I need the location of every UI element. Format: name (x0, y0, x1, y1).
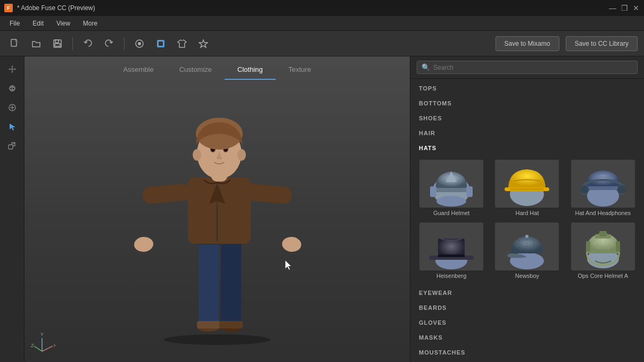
svg-point-82 (597, 248, 598, 249)
category-tops[interactable]: TOPS (410, 81, 644, 96)
hat-item-guard-helmet[interactable]: Guard Helmet (415, 158, 488, 218)
svg-rect-31 (244, 183, 292, 204)
favorites-button[interactable] (195, 35, 212, 52)
undo-button[interactable] (79, 35, 96, 52)
toolbar: Save to Mixamo Save to CC Library (0, 31, 644, 56)
search-bar: 🔍 (410, 56, 644, 79)
save-cc-button[interactable]: Save to CC Library (566, 36, 638, 51)
tab-assemble[interactable]: Assemble (111, 60, 167, 80)
app-icon: F (4, 4, 13, 12)
category-gloves[interactable]: GLOVES (410, 315, 644, 330)
new-doc-button[interactable] (6, 35, 23, 52)
category-hair[interactable]: HAIR (410, 126, 644, 141)
menu-file[interactable]: File (4, 18, 25, 29)
restore-button[interactable]: ❐ (621, 4, 628, 12)
toolbar-separator-1 (72, 37, 73, 50)
hat-label-newsboy: Newsboy (513, 273, 541, 279)
menu-view[interactable]: View (51, 18, 76, 29)
menu-more[interactable]: More (78, 18, 103, 29)
save-mixamo-button[interactable]: Save to Mixamo (496, 36, 559, 51)
svg-rect-30 (142, 183, 190, 204)
svg-rect-28 (188, 177, 251, 244)
customize-mode-button[interactable] (152, 35, 169, 52)
svg-point-5 (138, 42, 141, 45)
svg-rect-2 (55, 40, 59, 43)
categories-panel[interactable]: TOPS BOTTOMS SHOES HAIR HATS (410, 79, 644, 362)
svg-rect-53 (431, 188, 472, 192)
svg-rect-22 (221, 241, 241, 326)
viewport-bg (24, 56, 410, 362)
svg-point-81 (610, 243, 612, 245)
hat-item-heisenberg[interactable]: Heisenberg (415, 220, 488, 281)
category-eyewear[interactable]: EYEWEAR (410, 285, 644, 300)
tab-texture[interactable]: Texture (276, 60, 324, 80)
shapes-icon[interactable] (4, 80, 21, 97)
hat-label-hard-hat: Hard Hat (513, 210, 541, 216)
hat-item-newsboy[interactable]: Newsboy (490, 220, 564, 281)
select-tool-icon[interactable] (4, 118, 21, 135)
toolbar-separator-2 (124, 37, 125, 50)
left-sidebar (0, 56, 24, 362)
svg-point-20 (164, 334, 270, 345)
close-button[interactable]: ✕ (632, 4, 640, 12)
svg-text:Y: Y (40, 332, 44, 337)
character-3d (116, 71, 318, 348)
category-shoes[interactable]: SHOES (410, 111, 644, 126)
svg-rect-74 (586, 241, 590, 252)
svg-rect-3 (55, 44, 60, 46)
redo-button[interactable] (101, 35, 118, 52)
hat-item-hard-hat[interactable]: Hard Hat (490, 158, 564, 218)
svg-point-44 (237, 149, 246, 161)
svg-point-56 (436, 196, 466, 207)
svg-point-65 (617, 185, 626, 194)
svg-rect-26 (219, 321, 243, 328)
clothing-mode-button[interactable] (174, 35, 191, 52)
hat-label-guard-helmet: Guard Helmet (431, 210, 472, 216)
svg-point-63 (580, 185, 589, 194)
tab-clothing[interactable]: Clothing (225, 60, 276, 80)
svg-point-32 (134, 236, 154, 252)
open-button[interactable] (28, 35, 45, 52)
hat-thumb-guard-helmet (419, 160, 483, 208)
hat-thumb-hat-headphones (571, 160, 635, 208)
add-shape-icon[interactable] (4, 99, 21, 116)
hat-thumb-heisenberg (419, 223, 483, 270)
svg-marker-8 (199, 40, 208, 47)
category-hats[interactable]: HATS (410, 141, 644, 155)
svg-rect-7 (159, 42, 163, 46)
axis-indicator: Y X Z (29, 330, 55, 358)
svg-point-79 (599, 241, 601, 242)
category-bottoms[interactable]: BOTTOMS (410, 96, 644, 111)
svg-rect-59 (510, 188, 544, 191)
svg-point-78 (594, 243, 596, 245)
viewport[interactable]: Assemble Customize Clothing Texture (24, 56, 410, 362)
svg-rect-21 (199, 241, 219, 326)
menu-edit[interactable]: Edit (27, 18, 49, 29)
category-moustaches[interactable]: MOUSTACHES (410, 345, 644, 360)
transform-icon[interactable] (4, 137, 21, 154)
svg-rect-18 (9, 145, 13, 149)
svg-text:X: X (53, 343, 55, 348)
svg-point-43 (193, 149, 201, 161)
hat-label-heisenberg: Heisenberg (434, 273, 468, 279)
tabs-bar: Assemble Customize Clothing Texture (24, 56, 410, 80)
hat-thumb-hard-hat (495, 160, 559, 208)
svg-line-46 (42, 346, 53, 351)
minimize-button[interactable]: — (609, 4, 616, 12)
save-button[interactable] (49, 35, 66, 52)
category-beards[interactable]: BEARDS (410, 300, 644, 315)
svg-point-83 (607, 248, 609, 249)
move-tool-icon[interactable] (4, 61, 21, 78)
svg-rect-55 (466, 186, 473, 197)
right-panel: 🔍 TOPS BOTTOMS SHOES HAIR HATS (410, 56, 644, 362)
hat-item-hat-headphones[interactable]: Hat And Headphones (566, 158, 640, 218)
search-input-wrap: 🔍 (417, 61, 638, 74)
svg-rect-69 (438, 254, 465, 257)
hat-item-ops-core[interactable]: Ops Core Helmet A (566, 220, 640, 281)
hat-thumb-ops-core (571, 223, 635, 270)
search-input[interactable] (433, 64, 633, 71)
assemble-mode-button[interactable] (131, 35, 148, 52)
category-masks[interactable]: MASKS (410, 330, 644, 345)
menu-bar: File Edit View More (0, 16, 644, 31)
tab-customize[interactable]: Customize (167, 60, 225, 80)
